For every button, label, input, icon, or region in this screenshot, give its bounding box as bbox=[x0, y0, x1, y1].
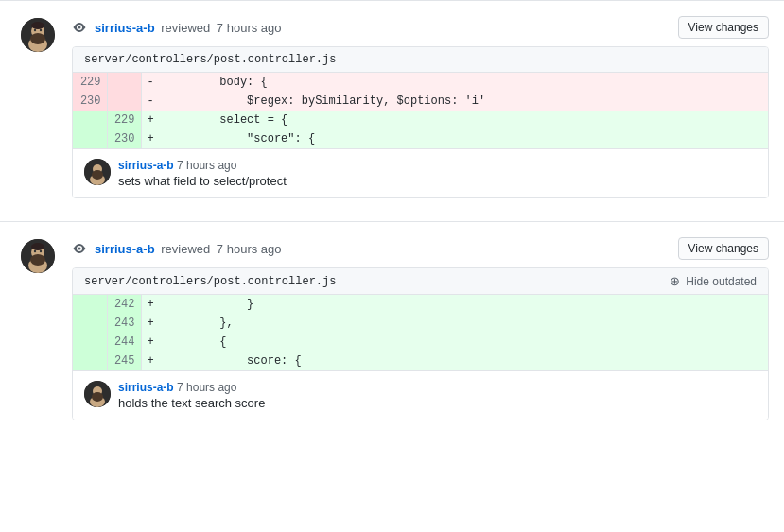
view-changes-btn-1[interactable]: View changes bbox=[678, 16, 770, 39]
page-container: sirrius-a-b reviewed 7 hours ago View ch… bbox=[0, 0, 784, 462]
review-time-2: 7 hours ago bbox=[217, 242, 282, 256]
comment-header-2: sirrius-a-b 7 hours ago bbox=[118, 381, 757, 394]
line-old-num bbox=[73, 352, 107, 370]
line-code: } bbox=[160, 295, 768, 314]
svg-point-6 bbox=[31, 22, 44, 29]
line-code: body: { bbox=[160, 73, 768, 92]
avatar-col-1 bbox=[15, 16, 61, 206]
comment-username-1[interactable]: sirrius-a-b bbox=[118, 159, 174, 172]
comment-text-2: holds the text search score bbox=[118, 396, 757, 410]
line-new-num: 230 bbox=[107, 129, 141, 148]
line-code: }, bbox=[160, 314, 768, 333]
line-code: score: { bbox=[160, 352, 768, 370]
line-new-num bbox=[107, 73, 141, 92]
line-code: select = { bbox=[160, 111, 768, 129]
review-content-2: sirrius-a-b reviewed 7 hours ago View ch… bbox=[72, 237, 769, 428]
hide-outdated-button[interactable]: ⊕ Hide outdated bbox=[670, 274, 757, 288]
svg-point-5 bbox=[40, 29, 42, 31]
review-block-1: sirrius-a-b reviewed 7 hours ago View ch… bbox=[0, 0, 784, 221]
comment-avatar-1 bbox=[84, 159, 111, 185]
line-new-num bbox=[107, 92, 141, 111]
line-old-num bbox=[73, 295, 107, 314]
line-old-num bbox=[73, 314, 107, 333]
line-new-num: 244 bbox=[107, 333, 141, 352]
diff-filename-2: server/controllers/post.controller.js bbox=[84, 275, 336, 288]
svg-point-15 bbox=[34, 250, 36, 252]
comment-body-1: sirrius-a-b 7 hours ago sets what field … bbox=[118, 159, 757, 188]
table-row: 229 + select = { bbox=[73, 111, 768, 129]
svg-point-10 bbox=[92, 170, 103, 180]
review-action-2: reviewed bbox=[161, 242, 210, 256]
table-row: 244 + { bbox=[73, 333, 768, 352]
comment-time-1: 7 hours ago bbox=[177, 159, 236, 172]
line-sign: + bbox=[141, 295, 160, 314]
comment-body-2: sirrius-a-b 7 hours ago holds the text s… bbox=[118, 381, 757, 410]
line-sign: + bbox=[141, 352, 160, 370]
table-row: 243 + }, bbox=[73, 314, 768, 333]
table-row: 230 + "score": { bbox=[73, 129, 768, 148]
eye-icon-1 bbox=[72, 20, 87, 35]
line-old-num bbox=[73, 333, 107, 352]
svg-point-14 bbox=[30, 254, 45, 266]
line-old-num bbox=[73, 111, 107, 129]
line-old-num: 229 bbox=[73, 73, 107, 92]
line-sign: - bbox=[141, 73, 160, 92]
diff-table-1: 229 - body: { 230 - $regex: bySimilarity… bbox=[73, 73, 768, 148]
comment-block-2: sirrius-a-b 7 hours ago holds the text s… bbox=[73, 370, 768, 420]
review-action-1: reviewed bbox=[161, 21, 210, 35]
reviewer-username-2[interactable]: sirrius-a-b bbox=[95, 242, 155, 256]
line-sign: + bbox=[141, 314, 160, 333]
comment-header-1: sirrius-a-b 7 hours ago bbox=[118, 159, 757, 172]
comment-time-2: 7 hours ago bbox=[177, 381, 236, 394]
review-header-2: sirrius-a-b reviewed 7 hours ago View ch… bbox=[72, 237, 769, 260]
line-new-num: 243 bbox=[107, 314, 141, 333]
line-sign: - bbox=[141, 92, 160, 111]
review-meta-2: sirrius-a-b reviewed 7 hours ago bbox=[95, 242, 671, 256]
table-row: 229 - body: { bbox=[73, 73, 768, 92]
review-content-1: sirrius-a-b reviewed 7 hours ago View ch… bbox=[72, 16, 769, 206]
avatar-col-2 bbox=[15, 237, 61, 428]
hide-outdated-label: Hide outdated bbox=[686, 275, 757, 288]
line-new-num: 242 bbox=[107, 295, 141, 314]
comment-avatar-2 bbox=[84, 381, 111, 407]
line-sign: + bbox=[141, 111, 160, 129]
expand-icon: ⊕ bbox=[670, 274, 680, 288]
diff-filename-1: server/controllers/post.controller.js bbox=[84, 53, 336, 66]
line-sign: + bbox=[141, 333, 160, 352]
avatar-1 bbox=[21, 18, 55, 52]
line-code: $regex: bySimilarity, $options: 'i' bbox=[160, 92, 768, 111]
comment-username-2[interactable]: sirrius-a-b bbox=[118, 381, 174, 394]
diff-block-1: server/controllers/post.controller.js 22… bbox=[72, 46, 769, 198]
line-new-num: 229 bbox=[107, 111, 141, 129]
table-row: 242 + } bbox=[73, 295, 768, 314]
comment-text-1: sets what field to select/protect bbox=[118, 174, 757, 188]
review-time-1: 7 hours ago bbox=[217, 21, 282, 35]
diff-table-2: 242 + } 243 + }, bbox=[73, 295, 768, 370]
avatar-2 bbox=[21, 239, 55, 273]
diff-header-1: server/controllers/post.controller.js bbox=[73, 47, 768, 73]
line-old-num: 230 bbox=[73, 92, 107, 111]
svg-point-21 bbox=[92, 392, 103, 402]
line-old-num bbox=[73, 129, 107, 148]
eye-icon-2 bbox=[72, 241, 87, 256]
table-row: 230 - $regex: bySimilarity, $options: 'i… bbox=[73, 92, 768, 111]
svg-point-4 bbox=[34, 29, 36, 31]
svg-point-3 bbox=[30, 33, 45, 44]
diff-header-2: server/controllers/post.controller.js ⊕ … bbox=[73, 268, 768, 295]
table-row: 245 + score: { bbox=[73, 352, 768, 370]
review-meta-1: sirrius-a-b reviewed 7 hours ago bbox=[95, 21, 671, 35]
line-code: { bbox=[160, 333, 768, 352]
line-new-num: 245 bbox=[107, 352, 141, 370]
view-changes-btn-2[interactable]: View changes bbox=[678, 237, 770, 260]
review-block-2: sirrius-a-b reviewed 7 hours ago View ch… bbox=[0, 221, 784, 443]
line-sign: + bbox=[141, 129, 160, 148]
svg-point-16 bbox=[40, 250, 42, 252]
reviewer-username-1[interactable]: sirrius-a-b bbox=[95, 21, 155, 35]
review-header-1: sirrius-a-b reviewed 7 hours ago View ch… bbox=[72, 16, 769, 39]
diff-block-2: server/controllers/post.controller.js ⊕ … bbox=[72, 267, 769, 420]
svg-point-17 bbox=[31, 243, 44, 250]
comment-block-1: sirrius-a-b 7 hours ago sets what field … bbox=[73, 148, 768, 197]
line-code: "score": { bbox=[160, 129, 768, 148]
